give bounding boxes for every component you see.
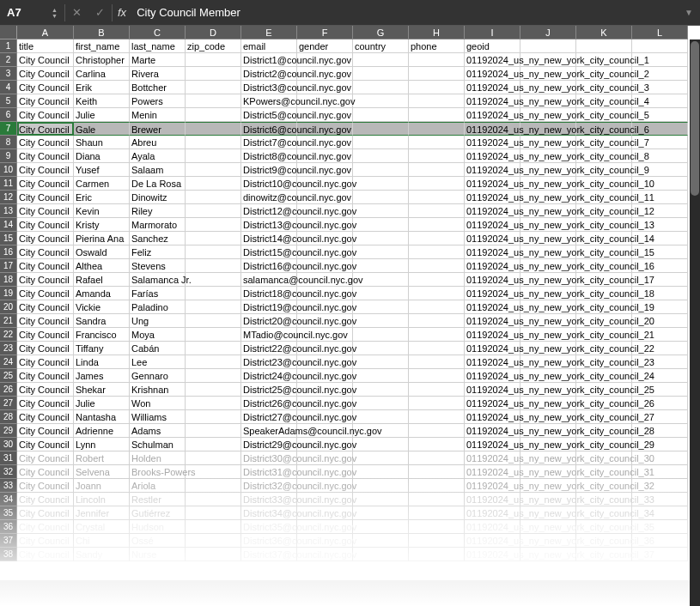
cell[interactable]: 01192024_us_ny_new_york_city_council_22 [465, 342, 520, 355]
row-header[interactable]: 33 [0, 479, 17, 493]
column-header[interactable]: A [17, 26, 74, 39]
column-header[interactable]: L [632, 26, 688, 39]
cell[interactable]: Kevin [74, 204, 130, 218]
cell[interactable] [353, 163, 409, 177]
row-header[interactable]: 18 [0, 273, 17, 287]
cell[interactable]: City Council [17, 424, 74, 438]
cell[interactable]: Adams [130, 424, 186, 438]
cell[interactable]: City Council [17, 451, 74, 465]
cell[interactable]: Dinowitz [130, 191, 186, 204]
cell[interactable]: 01192024_us_ny_new_york_city_council_29 [465, 438, 520, 451]
cell[interactable]: District34@council.nyc.gov [241, 506, 297, 520]
cell[interactable] [186, 548, 241, 561]
cell[interactable] [186, 397, 241, 410]
cell[interactable]: City Council [17, 218, 74, 232]
cell[interactable]: District37@council.nyc.gov [241, 548, 297, 561]
cell[interactable]: 01192024_us_ny_new_york_city_council_16 [465, 259, 520, 273]
cell[interactable]: Nantasha [74, 410, 130, 424]
cell[interactable]: City Council [17, 479, 74, 493]
row-header[interactable]: 21 [0, 314, 17, 328]
cell[interactable]: Vickie [74, 300, 130, 314]
cell[interactable] [409, 136, 465, 149]
column-header[interactable]: I [465, 26, 520, 39]
row-header[interactable]: 32 [0, 465, 17, 479]
cell[interactable] [186, 287, 241, 300]
cell[interactable] [409, 94, 465, 108]
cell[interactable]: 01192024_us_ny_new_york_city_council_7 [465, 136, 520, 149]
cell[interactable]: District3@council.nyc.gov [241, 81, 297, 94]
cell[interactable] [409, 314, 465, 328]
cell[interactable]: City Council [17, 328, 74, 342]
cell[interactable] [353, 493, 409, 506]
cell[interactable]: District25@council.nyc.gov [241, 383, 297, 397]
cell[interactable]: 01192024_us_ny_new_york_city_council_33 [465, 493, 520, 506]
scrollbar-thumb[interactable] [691, 41, 699, 196]
cell[interactable]: 01192024_us_ny_new_york_city_council_4 [465, 94, 520, 108]
cell[interactable]: 01192024_us_ny_new_york_city_council_23 [465, 355, 520, 369]
cell[interactable] [409, 410, 465, 424]
cell[interactable] [186, 342, 241, 355]
cell[interactable]: Salaam [130, 163, 186, 177]
cell[interactable] [186, 383, 241, 397]
cell[interactable] [186, 122, 241, 136]
cell[interactable] [353, 191, 409, 204]
cell[interactable]: 01192024_us_ny_new_york_city_council_37 [465, 548, 520, 561]
cell[interactable]: 01192024_us_ny_new_york_city_council_12 [465, 204, 520, 218]
cell[interactable]: District10@council.nyc.gov [241, 177, 297, 191]
cell[interactable] [409, 287, 465, 300]
cell[interactable] [409, 548, 465, 561]
cell[interactable] [353, 259, 409, 273]
cell[interactable] [353, 383, 409, 397]
cell[interactable] [409, 328, 465, 342]
cell[interactable]: Abreu [130, 136, 186, 149]
cell[interactable]: City Council [17, 300, 74, 314]
cell[interactable] [409, 259, 465, 273]
cell[interactable] [353, 218, 409, 232]
row-header[interactable]: 13 [0, 204, 17, 218]
cell[interactable] [409, 383, 465, 397]
column-header[interactable]: D [186, 26, 241, 39]
select-all-corner[interactable] [0, 26, 17, 39]
row-header[interactable]: 20 [0, 300, 17, 314]
cell[interactable]: Sanchez [130, 232, 186, 245]
cell[interactable] [409, 506, 465, 520]
cell[interactable] [409, 424, 465, 438]
cell[interactable]: Gennaro [130, 369, 186, 383]
cell[interactable]: KPowers@council.nyc.gov [241, 94, 297, 108]
cell[interactable]: Krishnan [130, 383, 186, 397]
expand-formula-bar-icon[interactable]: ▼ [678, 8, 700, 17]
cell[interactable] [186, 520, 241, 534]
cell[interactable]: City Council [17, 81, 74, 94]
row-header[interactable]: 15 [0, 232, 17, 245]
cell[interactable] [409, 493, 465, 506]
cell[interactable]: Salamanca Jr. [130, 273, 186, 287]
cell[interactable]: City Council [17, 191, 74, 204]
cell[interactable]: 01192024_us_ny_new_york_city_council_26 [465, 397, 520, 410]
cell[interactable]: Yusef [74, 163, 130, 177]
cell[interactable]: District6@council.nyc.gov [241, 122, 297, 136]
cell[interactable]: De La Rosa [130, 177, 186, 191]
cell[interactable] [353, 245, 409, 259]
cell[interactable]: Nurse [130, 548, 186, 561]
cell[interactable] [353, 328, 409, 342]
cell-grid[interactable]: titlefirst_namelast_namezip_codeemailgen… [17, 39, 688, 561]
cell[interactable]: Hudson [130, 520, 186, 534]
cell[interactable]: District1@council.nyc.gov [241, 53, 297, 67]
cell[interactable] [186, 534, 241, 548]
cell[interactable]: Williams [130, 410, 186, 424]
row-header[interactable]: 29 [0, 424, 17, 438]
cell[interactable] [353, 94, 409, 108]
cell[interactable]: Ung [130, 314, 186, 328]
cell[interactable]: City Council [17, 259, 74, 273]
cell[interactable]: City Council [17, 245, 74, 259]
cell[interactable]: Won [130, 397, 186, 410]
cell[interactable] [632, 39, 688, 53]
cell[interactable]: Stevens [130, 259, 186, 273]
cell[interactable]: City Council [17, 506, 74, 520]
cell[interactable]: City Council [17, 149, 74, 163]
cell[interactable]: Marte [130, 53, 186, 67]
cell[interactable]: Robert [74, 451, 130, 465]
cell[interactable]: Brooks-Powers [130, 465, 186, 479]
cell[interactable] [409, 438, 465, 451]
cell[interactable]: District26@council.nyc.gov [241, 397, 297, 410]
